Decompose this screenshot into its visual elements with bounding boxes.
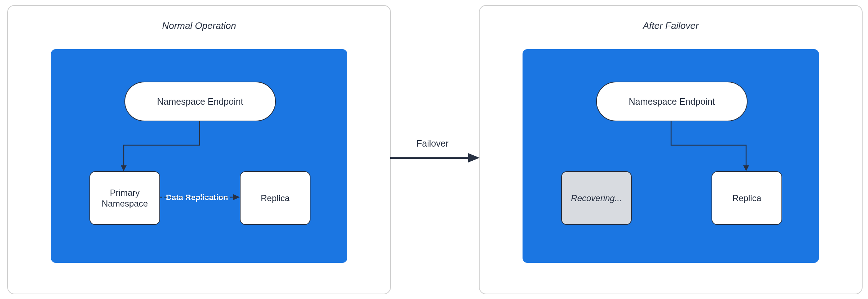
title-normal-operation: Normal Operation: [8, 20, 390, 31]
namespace-box-left: Namespace Endpoint Primary Namespace Rep…: [51, 49, 347, 263]
svg-marker-5: [468, 153, 480, 162]
arrow-failover: [390, 152, 480, 164]
failover-label: Failover: [417, 138, 449, 149]
arrow-endpoint-to-replica: [523, 49, 819, 263]
arrow-data-replication: [51, 49, 347, 263]
svg-marker-3: [743, 165, 749, 171]
panel-normal-operation: Normal Operation Namespace Endpoint Prim…: [7, 5, 391, 294]
namespace-box-right: Namespace Endpoint Recovering... Replica: [523, 49, 819, 263]
svg-marker-2: [233, 194, 240, 200]
panel-after-failover: After Failover Namespace Endpoint Recove…: [479, 5, 863, 294]
title-after-failover: After Failover: [480, 20, 862, 31]
diagram-stage: Normal Operation Namespace Endpoint Prim…: [0, 0, 868, 299]
